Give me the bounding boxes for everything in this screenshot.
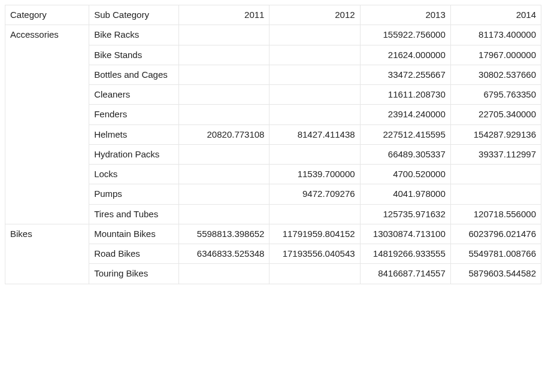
value-cell: 11791959.804152: [270, 224, 360, 244]
header-row: Category Sub Category 2011 2012 2013 201…: [5, 5, 541, 25]
value-cell: [270, 25, 360, 45]
value-cell: 5549781.008766: [450, 244, 541, 264]
value-cell: 9472.709276: [270, 184, 360, 204]
table-row: AccessoriesBike Racks155922.75600081173.…: [5, 25, 541, 45]
value-cell: 66489.305337: [360, 144, 450, 164]
value-cell: [450, 184, 541, 204]
value-cell: [270, 65, 360, 84]
subcategory-cell: Helmets: [89, 124, 179, 144]
value-cell: [270, 264, 360, 284]
value-cell: 13030874.713100: [360, 224, 450, 244]
header-2014: 2014: [450, 5, 541, 25]
subcategory-cell: Fenders: [89, 105, 179, 124]
value-cell: 8416687.714557: [360, 264, 450, 284]
header-2011: 2011: [179, 5, 270, 25]
value-cell: 14819266.933555: [360, 244, 450, 264]
value-cell: [179, 144, 270, 164]
value-cell: [270, 85, 360, 105]
value-cell: 81173.400000: [450, 25, 541, 45]
value-cell: 23914.240000: [360, 105, 450, 124]
subcategory-cell: Locks: [89, 165, 179, 184]
value-cell: 227512.415595: [360, 124, 450, 144]
value-cell: 20820.773108: [179, 124, 270, 144]
value-cell: [179, 85, 270, 105]
value-cell: 154287.929136: [450, 124, 541, 144]
value-cell: 33472.255667: [360, 65, 450, 84]
value-cell: [179, 105, 270, 124]
header-2013: 2013: [360, 5, 450, 25]
value-cell: [179, 165, 270, 184]
value-cell: 30802.537660: [450, 65, 541, 84]
value-cell: 6023796.021476: [450, 224, 541, 244]
header-category: Category: [5, 5, 89, 25]
value-cell: [450, 165, 541, 184]
subcategory-cell: Touring Bikes: [89, 264, 179, 284]
subcategory-cell: Pumps: [89, 184, 179, 204]
value-cell: [179, 45, 270, 65]
subcategory-cell: Bike Stands: [89, 45, 179, 65]
value-cell: 81427.411438: [270, 124, 360, 144]
subcategory-cell: Bottles and Cages: [89, 65, 179, 84]
subcategory-cell: Bike Racks: [89, 25, 179, 45]
value-cell: [270, 204, 360, 224]
value-cell: 11611.208730: [360, 85, 450, 105]
subcategory-cell: Hydration Packs: [89, 144, 179, 164]
subcategory-cell: Road Bikes: [89, 244, 179, 264]
value-cell: 4700.520000: [360, 165, 450, 184]
category-cell: Accessories: [5, 25, 89, 224]
value-cell: 17967.000000: [450, 45, 541, 65]
subcategory-cell: Tires and Tubes: [89, 204, 179, 224]
value-cell: 6795.763350: [450, 85, 541, 105]
table-row: BikesMountain Bikes5598813.3986521179195…: [5, 224, 541, 244]
value-cell: [179, 204, 270, 224]
value-cell: 17193556.040543: [270, 244, 360, 264]
category-cell: Bikes: [5, 224, 89, 284]
subcategory-cell: Mountain Bikes: [89, 224, 179, 244]
value-cell: 120718.556000: [450, 204, 541, 224]
value-cell: [179, 65, 270, 84]
value-cell: [270, 105, 360, 124]
value-cell: 125735.971632: [360, 204, 450, 224]
value-cell: 4041.978000: [360, 184, 450, 204]
value-cell: [179, 25, 270, 45]
subcategory-cell: Cleaners: [89, 85, 179, 105]
value-cell: 11539.700000: [270, 165, 360, 184]
value-cell: 6346833.525348: [179, 244, 270, 264]
header-2012: 2012: [270, 5, 360, 25]
value-cell: 21624.000000: [360, 45, 450, 65]
value-cell: [179, 184, 270, 204]
pivot-table: Category Sub Category 2011 2012 2013 201…: [5, 5, 541, 284]
value-cell: [270, 144, 360, 164]
value-cell: 155922.756000: [360, 25, 450, 45]
value-cell: [270, 45, 360, 65]
value-cell: 39337.112997: [450, 144, 541, 164]
header-subcategory: Sub Category: [89, 5, 179, 25]
value-cell: 5879603.544582: [450, 264, 541, 284]
value-cell: 22705.340000: [450, 105, 541, 124]
value-cell: 5598813.398652: [179, 224, 270, 244]
value-cell: [179, 264, 270, 284]
table-body: AccessoriesBike Racks155922.75600081173.…: [5, 25, 541, 284]
